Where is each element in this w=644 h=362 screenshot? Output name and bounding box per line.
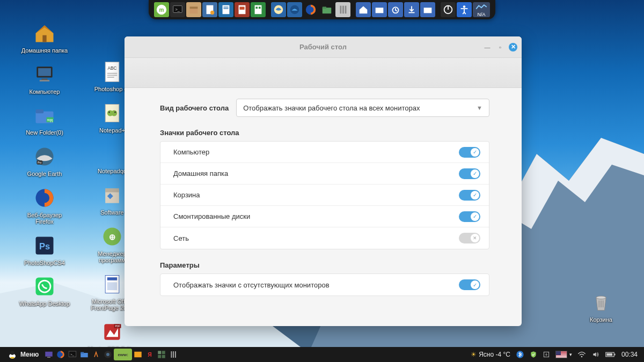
download-icon[interactable] — [404, 2, 419, 17]
photoshop-desktop-icon[interactable]: PsPhotoShopCS4 — [18, 233, 71, 267]
maximize-button[interactable]: ▫ — [496, 43, 504, 51]
accessibility-icon[interactable] — [457, 2, 472, 17]
svg-point-77 — [10, 351, 14, 355]
update-icon[interactable] — [543, 351, 550, 358]
na-indicator-icon[interactable]: N/A — [473, 2, 490, 17]
toggle-missing-monitors[interactable] — [459, 279, 480, 290]
app-panel-icon[interactable] — [90, 349, 102, 360]
svg-rect-39 — [40, 80, 49, 82]
menu-button[interactable]: Меню — [3, 347, 43, 362]
mixer-panel-icon[interactable] — [167, 349, 179, 360]
active-window-icon[interactable] — [132, 349, 144, 360]
workspace-panel-icon[interactable] — [156, 349, 167, 360]
files-icon[interactable] — [319, 2, 334, 17]
backup-icon[interactable] — [388, 2, 403, 17]
chevron-down-icon: ▼ — [477, 105, 482, 111]
select-value: Отображать значки рабочего стола на всех… — [243, 104, 420, 112]
window-toolbar — [125, 58, 522, 88]
svg-rect-55 — [107, 75, 117, 76]
svg-rect-95 — [162, 355, 165, 358]
toggle-home[interactable] — [459, 168, 480, 179]
weather-indicator[interactable]: ☀Ясно -4 °C — [471, 351, 510, 358]
icedove-icon[interactable] — [271, 2, 286, 17]
bottom-panel: Меню >_ eww: Я ☀Ясно -4 °C ▾ 00:34 — [0, 347, 644, 362]
mint-menu-icon[interactable]: m — [154, 2, 169, 17]
google-earth-icon[interactable]: ProGoogle Earth — [18, 144, 71, 178]
minimize-button[interactable]: — — [483, 43, 492, 51]
volume-icon[interactable] — [591, 351, 600, 358]
new-folder-icon[interactable]: nqqNew Folder(0) — [18, 102, 71, 136]
svg-rect-9 — [190, 7, 198, 9]
linux-icon — [8, 350, 17, 359]
desktop-icon-label: Компьютер — [30, 88, 60, 95]
svg-point-88 — [106, 353, 109, 356]
window-titlebar[interactable]: Рабочий стол — ▫ ✕ — [125, 36, 522, 58]
wifi-icon[interactable] — [577, 351, 586, 358]
section-icons-label: Значки рабочего стола — [160, 129, 489, 137]
window-content: Вид рабочего стола Отображать значки раб… — [125, 88, 522, 326]
desktop-icon-label: Домашняя папка — [21, 47, 68, 54]
clock[interactable]: 00:34 — [621, 351, 638, 358]
thunderbird-icon[interactable] — [287, 2, 302, 17]
yandex-panel-icon[interactable]: Я — [144, 349, 156, 360]
equalizer-icon[interactable] — [335, 2, 350, 17]
toggle-mounted[interactable] — [459, 211, 480, 222]
svg-rect-63 — [105, 188, 119, 192]
folder-open-icon[interactable] — [420, 2, 435, 17]
desktop-settings-window: Рабочий стол — ▫ ✕ Вид рабочего стола От… — [125, 36, 522, 326]
folder-blue-icon[interactable] — [372, 2, 387, 17]
terminal-panel-icon[interactable]: >_ — [67, 349, 78, 360]
svg-rect-54 — [107, 73, 117, 74]
svg-rect-94 — [158, 355, 161, 358]
terminal-icon[interactable]: >_ — [170, 2, 185, 17]
svg-rect-18 — [255, 7, 258, 9]
desktop-view-select[interactable]: Отображать значки рабочего стола на всех… — [236, 99, 489, 117]
camera-panel-icon[interactable] — [102, 349, 114, 360]
option-label: Смонтированные диски — [173, 212, 250, 220]
svg-text:>_: >_ — [175, 7, 180, 12]
home-folder-icon[interactable]: Домашняя папка — [18, 20, 71, 54]
desktop-icon-label: New Folder(0) — [26, 129, 63, 136]
svg-marker-2 — [504, 138, 644, 229]
calc-icon[interactable] — [251, 2, 266, 17]
shield-icon[interactable] — [530, 350, 537, 359]
svg-rect-96 — [171, 351, 172, 358]
trash-icon[interactable]: Корзина — [574, 290, 628, 323]
impress-icon[interactable] — [235, 2, 250, 17]
svg-rect-14 — [223, 8, 228, 9]
toggle-network[interactable] — [459, 233, 480, 243]
notes-icon[interactable] — [202, 2, 217, 17]
whatsapp-icon[interactable]: WhatsApp Desktop — [18, 274, 71, 307]
svg-rect-103 — [614, 353, 616, 355]
svg-rect-17 — [255, 5, 262, 14]
desktop-icon-label: Notepadqq — [98, 168, 127, 175]
option-row: Отображать значки с отсутствующих монито… — [160, 274, 489, 295]
toggle-trash[interactable] — [459, 190, 480, 201]
svg-point-11 — [210, 11, 214, 14]
toggle-computer[interactable] — [459, 147, 480, 158]
svg-rect-24 — [323, 7, 326, 9]
power-icon[interactable] — [441, 2, 456, 17]
home-dock-icon[interactable] — [356, 2, 371, 17]
bluetooth-icon[interactable] — [516, 350, 524, 359]
writer-icon[interactable] — [218, 2, 233, 17]
eww-panel-icon[interactable]: eww: — [114, 349, 132, 360]
svg-rect-38 — [42, 78, 48, 80]
svg-point-60 — [108, 111, 110, 113]
battery-icon[interactable] — [605, 351, 616, 358]
firefox-dock-icon[interactable] — [303, 2, 318, 17]
files-panel-icon[interactable] — [78, 349, 90, 360]
desktop-icon-label: Google Earth — [27, 171, 62, 178]
keyboard-layout-icon[interactable]: ▾ — [555, 351, 572, 358]
package-icon[interactable] — [186, 2, 201, 17]
desktop-icon-label: WhatsApp Desktop — [19, 300, 70, 307]
svg-rect-26 — [342, 6, 344, 14]
svg-point-78 — [10, 357, 14, 359]
close-button[interactable]: ✕ — [509, 43, 517, 51]
firefox-panel-icon[interactable] — [55, 349, 67, 360]
desktop-view-label: Вид рабочего стола — [160, 104, 229, 112]
svg-text:nqq: nqq — [47, 118, 53, 122]
computer-icon[interactable]: Компьютер — [18, 62, 71, 95]
firefox-desktop-icon[interactable]: Веб-браузер Firefox — [18, 185, 71, 225]
show-desktop-icon[interactable] — [43, 349, 55, 360]
